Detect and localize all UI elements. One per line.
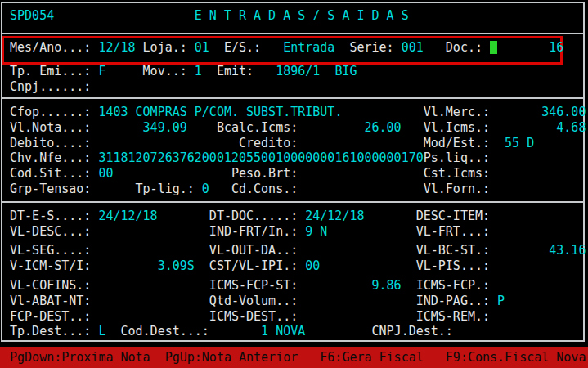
mod-est-value: 55 D [505,136,534,151]
credito-label: Credito: [239,136,298,151]
row-cfop: Cfop......: 1403 COMPRAS P/COM. SUBST.TR… [2,105,588,120]
chv-nfe-value: 3118120726376200012055001000000016100000… [98,150,423,166]
title-row: SPD054 E N T R A D A S / S A I D A S [2,8,588,24]
divider-below-fiscal [1,201,585,203]
ind-pag-value: P [497,294,505,309]
cd-cons-label: Cd.Cons.: [231,182,298,197]
ps-liq-label: Ps.liq..: [424,150,490,166]
tp-emi-label: Tp. Emi...: [10,64,91,79]
cst-vl-ipi-label: CST/VL-IPI.: [209,258,298,274]
doc-value: 16 [549,40,563,56]
dt-doc-value: 24/12/18 [305,209,364,224]
grp-tensao-label: Grp-Tensao: [10,182,91,197]
row-vl-seg: VL-SEG....: VL-OUT-DA..: VL-BC-ST.: 43.1… [2,243,588,258]
vl-icms-label: Vl.Icms.: [424,120,490,136]
cst-vl-ipi-value: 00 [305,258,320,274]
fcp-dest-label: FCP-DEST..: [10,309,91,325]
row-tp-dest: Tp.Dest...: L Cod.Dest...: 1 NOVA CNPJ.D… [2,324,588,339]
dt-es-value: 24/12/18 [98,209,157,224]
divider-below-emitter [1,97,585,99]
row-cnpj: Cnpj......: [2,79,588,95]
vl-merc-label: Vl.Merc.: [424,105,490,120]
bcalc-icms-label: Bcalc.Icms: [217,120,298,136]
v-icm-st-value: 3.09S [158,258,195,274]
cnpj-dest-label: CNPJ.Dest.: [372,324,453,339]
row-chv-nfe: Chv.Nfe...: 3118120726376200012055001000… [2,150,588,166]
vl-bc-st-label: VL-BC-ST.: [416,243,490,258]
row-doc-key: Mes/Ano...: 12/18 Loja.: 01 E/S.: Entrad… [2,40,588,56]
icms-fcp-st-label: ICMS-FCP-ST: [209,278,298,294]
cod-sit-label: Cod.Sit...: [10,166,91,182]
es-label: E/S.: [224,40,261,56]
ind-pag-label: IND-PAG..: [416,294,490,309]
page-title: E N T R A D A S / S A I D A S [195,8,409,24]
chv-nfe-label: Chv.Nfe...: [10,150,91,166]
emit-name: BIG [334,64,357,79]
icms-fcp-st-value: 9.86 [372,278,402,294]
icms-dest-label: ICMS-DEST..: [209,309,298,325]
frame-top-border [1,2,585,3]
row-vl-nota: Vl.Nota...: 349.09 Bcalc.Icms: 26.00 Vl.… [2,120,588,136]
loja-label: Loja.: [143,40,187,56]
vl-nota-label: Vl.Nota...: [10,120,91,136]
mov-label: Mov..: [143,64,187,79]
loja-value: 01 [195,40,209,56]
terminal-screen: SPD054 E N T R A D A S / S A I D A S Mes… [0,0,588,368]
divider-below-title [1,33,585,34]
vl-frt-label: VL-FRT...: [416,224,490,240]
cfop-value: 1403 COMPRAS P/COM. SUBST.TRIBUT. [98,105,342,120]
es-value: Entrada [283,40,334,56]
emit-label: Emit: [217,64,254,79]
ind-frt-value: 9 N [305,224,327,240]
cod-dest-name: NOVA [276,324,305,339]
vl-nota-value: 349.09 [143,120,187,136]
tp-dest-label: Tp.Dest...: [10,324,91,339]
vl-out-da-label: VL-OUT-DA..: [209,243,298,258]
status-bar: PgDown:Proxima Nota PgUp:Nota Anterior F… [0,347,588,368]
row-cod-sit: Cod.Sit...: 00 Peso.Brt: Cst.Icms: [2,166,588,182]
cod-dest-label: Cod.Dest...: [120,324,209,339]
cod-sit-value: 00 [98,166,113,182]
icms-fcp-label: ICMS-FCP.: [416,278,490,294]
tp-lig-label: Tp-lig.: [136,182,195,197]
icms-rem-label: ICMS-REM.: [416,309,490,325]
cod-dest-value: 1 [261,324,268,339]
peso-brt-label: Peso.Brt: [231,166,298,182]
tp-dest-value: L [98,324,105,339]
row-vl-desc: VL-DESC...: IND-FRT/In.: 9 N VL-FRT...: [2,224,588,240]
vl-abat-nt-label: Vl-ABAT-NT: [10,294,91,309]
input-cursor[interactable] [490,41,497,54]
shortcut-pgdown-proxima-nota: PgDown:Proxima Nota [10,350,150,366]
frame-bottom-border [1,340,585,342]
dt-doc-label: DT-DOC.....: [209,209,298,224]
vl-cofins-label: VL-COFINS.: [10,278,91,294]
row-emitter: Tp. Emi...: F Mov..: 1 Emit: 1896/1 BIG [2,64,588,79]
mes-ano-label: Mes/Ano...: [10,40,91,56]
shortcut-f6-gera-fiscal: F6:Gera Fiscal [320,350,423,366]
vl-seg-label: VL-SEG....: [10,243,91,258]
cnpj-label: Cnpj......: [10,79,91,95]
ind-frt-label: IND-FRT/In.: [209,224,298,240]
vl-pis-label: VL-PIS...: [416,258,490,274]
qtd-volum-label: Qtd-Volum..: [209,294,298,309]
doc-label: Doc.: [446,40,483,56]
row-cofins: VL-COFINS.: ICMS-FCP-ST: 9.86 ICMS-FCP.: [2,278,588,294]
tp-emi-value: F [98,64,105,79]
emit-value: 1896/1 [276,64,320,79]
vl-icms-value: 4.68 [556,120,586,136]
vl-bc-st-value: 43.16 [549,243,586,258]
shortcut-f9-cons-fiscal-nova: F9:Cons.Fiscal Nova [446,350,586,366]
shortcut-pgup-nota-anterior: PgUp:Nota Anterior [165,350,298,366]
row-icm-st: V-ICM-ST/I: 3.09S CST/VL-IPI.: 00 VL-PIS… [2,258,588,274]
vl-desc-label: VL-DESC...: [10,224,91,240]
mod-est-label: Mod/Est.: [424,136,490,151]
debito-label: Debito....: [10,136,91,151]
vl-merc-value: 346.00 [541,105,586,120]
cfop-label: Cfop......: [10,105,91,120]
v-icm-st-label: V-ICM-ST/I: [10,258,91,274]
serie-value: 001 [402,40,424,56]
tp-lig-value: 0 [202,182,209,197]
bcalc-icms-value: 26.00 [365,120,402,136]
dt-es-label: DT-E-S....: [10,209,91,224]
row-debito-credito: Debito....: Credito: Mod/Est.: 55 D [2,136,588,151]
